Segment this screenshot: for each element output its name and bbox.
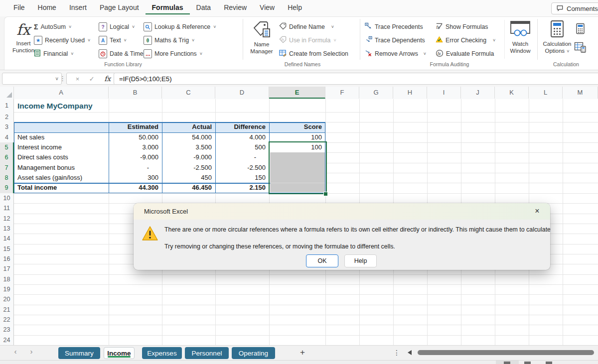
sheet-tab-operating[interactable]: Operating	[232, 347, 275, 359]
cell-C5[interactable]: 3.500	[162, 142, 215, 152]
cell-B9[interactable]: 44.300	[109, 183, 162, 193]
column-header-I[interactable]: I	[427, 87, 461, 99]
cell-C6[interactable]: -9.000	[162, 152, 215, 162]
column-header-G[interactable]: G	[359, 87, 393, 99]
cell-A9[interactable]: Total income	[14, 183, 109, 193]
maths-trig-button[interactable]: θ Maths & Trig ˅	[144, 35, 194, 45]
cancel-icon[interactable]: ×	[76, 75, 80, 83]
row-header-8[interactable]: 8	[0, 173, 14, 183]
error-checking-button[interactable]: Error Checking ˅	[436, 35, 495, 45]
view-grid-icon[interactable]	[504, 362, 510, 364]
table-header-cell[interactable]	[14, 122, 109, 132]
table-header-cell[interactable]: Actual	[162, 122, 215, 132]
row-header-16[interactable]: 16	[0, 254, 13, 264]
row-header-12[interactable]: 12	[0, 214, 13, 224]
ok-button[interactable]: OK	[306, 254, 338, 267]
more-functions-button[interactable]: … More Functions ˅	[144, 49, 202, 59]
column-header-E[interactable]: E	[269, 87, 325, 99]
name-box[interactable]: ˅	[2, 73, 62, 85]
autosum-button[interactable]: Σ AutoSum ˅	[34, 22, 71, 32]
menu-tab-data[interactable]: Data	[190, 0, 218, 14]
recently-used-button[interactable]: ★ Recently Used ˅	[34, 35, 90, 45]
row-header-10[interactable]: 10	[0, 193, 13, 203]
menu-tab-formulas[interactable]: Formulas	[146, 0, 190, 14]
sheet-nav-right-icon[interactable]: ›	[27, 347, 36, 356]
sheet-tab-personnel[interactable]: Personnel	[185, 347, 229, 359]
column-header-B[interactable]: B	[109, 87, 162, 99]
row-header-7[interactable]: 7	[0, 163, 14, 173]
financial-button[interactable]: Financial ˅	[34, 49, 73, 59]
cell-A1-title[interactable]: Income MyCompany	[17, 101, 93, 112]
calculation-options-button[interactable]: Calculation Options ˅	[541, 20, 573, 59]
sheet-menu-icon[interactable]: ⋮	[393, 349, 400, 357]
remove-arrows-button[interactable]: Remove Arrows ˅	[365, 49, 426, 59]
row-header-23[interactable]: 23	[0, 325, 13, 335]
row-header-11[interactable]: 11	[0, 203, 13, 213]
trace-dependents-button[interactable]: Trace Dependents	[365, 35, 425, 45]
trace-precedents-button[interactable]: Trace Precedents	[365, 22, 423, 32]
row-header-19[interactable]: 19	[0, 284, 13, 294]
row-header-4[interactable]: 4	[0, 132, 13, 142]
cell-A7[interactable]: Management bonus	[14, 163, 109, 173]
create-from-selection-button[interactable]: Create from Selection	[279, 49, 348, 59]
dialog-title-bar[interactable]: Microsoft Excel	[134, 203, 550, 220]
column-header-L[interactable]: L	[529, 87, 563, 99]
lookup-reference-button[interactable]: Lookup & Reference ˅	[144, 22, 216, 32]
cell-A8[interactable]: Asset sales (gain/loss)	[14, 173, 109, 183]
fill-handle[interactable]	[323, 192, 328, 196]
row-header-22[interactable]: 22	[0, 315, 13, 325]
menu-tab-view[interactable]: View	[253, 0, 281, 14]
watch-window-button[interactable]: Watch Window	[506, 20, 534, 59]
name-manager-button[interactable]: Name Manager	[246, 20, 277, 59]
view-page-layout-icon[interactable]	[524, 362, 531, 364]
cell-A6[interactable]: Direct sales costs	[14, 152, 109, 162]
row-header-3[interactable]: 3	[0, 122, 13, 132]
cell-B4[interactable]: 50.000	[109, 132, 162, 142]
row-header-17[interactable]: 17	[0, 264, 13, 274]
column-header-A[interactable]: A	[14, 87, 109, 99]
cell-B7[interactable]: -	[109, 163, 162, 173]
hscroll-left-icon[interactable]	[408, 350, 412, 355]
cell-D6[interactable]: -	[215, 152, 269, 162]
menu-tab-insert[interactable]: Insert	[63, 0, 93, 14]
row-header-9[interactable]: 9	[0, 183, 14, 193]
table-header-cell[interactable]: Estimated	[109, 122, 162, 132]
cell-C4[interactable]: 54.000	[162, 132, 215, 142]
sheet-tab-income[interactable]: Income	[104, 347, 135, 359]
row-header-13[interactable]: 13	[0, 224, 13, 234]
cell-C9[interactable]: 46.450	[162, 183, 215, 193]
cell-B6[interactable]: -9.000	[109, 152, 162, 162]
help-button[interactable]: Help	[344, 254, 377, 267]
formula-input[interactable]: =IF(D5>0;100;E5)	[114, 73, 598, 85]
sheet-nav-left-icon[interactable]: ‹	[11, 347, 20, 356]
define-name-button[interactable]: Define Name ˅	[279, 22, 334, 32]
cell-E4[interactable]: 100	[269, 132, 325, 142]
cell-C7[interactable]: -2.500	[162, 163, 215, 173]
cell-D7[interactable]: -2.500	[215, 163, 269, 173]
column-header-H[interactable]: H	[393, 87, 427, 99]
row-header-15[interactable]: 15	[0, 244, 13, 254]
row-header-20[interactable]: 20	[0, 294, 13, 304]
row-header-24[interactable]: 24	[0, 335, 13, 345]
row-header-18[interactable]: 18	[0, 274, 13, 284]
cell-D9[interactable]: 2.150	[215, 183, 269, 193]
formula-bar-handle[interactable]: ⋮	[59, 73, 66, 84]
calculate-sheet-button[interactable]	[574, 42, 587, 55]
table-header-cell[interactable]: Score	[269, 122, 325, 132]
column-header-K[interactable]: K	[495, 87, 529, 99]
column-header-M[interactable]: M	[563, 87, 598, 99]
column-header-J[interactable]: J	[461, 87, 495, 99]
sheet-tab-expenses[interactable]: Expenses	[142, 347, 182, 359]
menu-tab-page-layout[interactable]: Page Layout	[93, 0, 146, 14]
menu-tab-help[interactable]: Help	[281, 0, 308, 14]
sheet-tab-summary[interactable]: Summary	[58, 347, 100, 359]
evaluate-formula-button[interactable]: fx Evaluate Formula	[436, 49, 494, 59]
column-header-D[interactable]: D	[215, 87, 269, 99]
row-header-2[interactable]: 2	[0, 112, 13, 122]
enter-check-icon[interactable]: ✓	[89, 75, 95, 83]
cell-B5[interactable]: 3.000	[109, 142, 162, 152]
close-icon[interactable]: ×	[532, 207, 542, 216]
cell-D4[interactable]: 4.000	[215, 132, 269, 142]
select-all-button[interactable]	[0, 87, 14, 99]
view-page-break-icon[interactable]	[546, 362, 552, 364]
